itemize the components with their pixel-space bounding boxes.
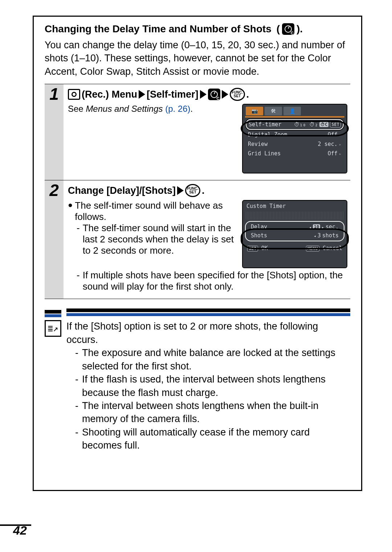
note-icon: ≣↗ bbox=[45, 320, 61, 337]
label: Shots bbox=[251, 232, 267, 239]
step1-period: . bbox=[246, 89, 249, 100]
func-set-icon: FUNC. SET bbox=[185, 184, 200, 197]
see-italic: Menus and Settings bbox=[86, 104, 163, 114]
dash-text: The self-timer sound will start in the l… bbox=[83, 222, 236, 256]
row-shots: Shots 3 shots bbox=[246, 231, 343, 240]
arrow-icon bbox=[139, 90, 145, 99]
step-2-number-cell: 2 bbox=[45, 180, 64, 299]
tab-camera: 📷 bbox=[246, 107, 263, 115]
step2-dash-1: The self-timer sound will start in the l… bbox=[68, 222, 236, 256]
delay-unit: sec. bbox=[326, 224, 339, 230]
row-delay: Delay 10 sec. bbox=[246, 222, 343, 231]
value: 2 sec. bbox=[318, 141, 338, 147]
lcd-screenshot-custom-timer: Custom Timer Delay 10 sec. bbox=[242, 200, 347, 268]
label: Delay bbox=[251, 224, 267, 230]
cancel-label: Cancel bbox=[323, 245, 342, 252]
tab-person: 👤 bbox=[283, 107, 301, 115]
menu-row-review: Review 2 sec. bbox=[246, 139, 344, 149]
menu-row-grid-lines: Grid Lines Off bbox=[246, 149, 344, 158]
step2-change: Change [Delay]/[Shots] bbox=[68, 185, 176, 196]
note-dash-4: Shooting will automatically cease if the… bbox=[66, 426, 350, 452]
step2-bullet: ● The self-timer sound will behave as fo… bbox=[68, 200, 236, 222]
label: Grid Lines bbox=[248, 150, 281, 157]
step-2-number: 2 bbox=[49, 182, 59, 199]
delay-shots-highlight: Delay 10 sec. Shots bbox=[245, 221, 344, 241]
set-label: SET bbox=[189, 191, 196, 194]
see-link: (p. 26) bbox=[163, 104, 191, 114]
step-1-title: (Rec.) Menu [Self-timer] FUNC. SET . bbox=[68, 88, 347, 101]
text: The exposure and white balance are locke… bbox=[82, 346, 350, 373]
dash-icon bbox=[77, 270, 80, 292]
label: Review bbox=[248, 141, 268, 147]
value: Off bbox=[328, 131, 338, 138]
camera-menu-icon bbox=[68, 89, 80, 100]
timer-c-badge: ⏱C bbox=[319, 122, 328, 127]
menu-row-self-timer: Self-timer ⏱₁₀ ⏱₂ ⏱C SET bbox=[246, 119, 344, 130]
step-1-number-cell: 1 bbox=[45, 84, 64, 180]
step-2-row: 2 Change [Delay]/[Shots] FUNC. SET . ● bbox=[45, 180, 350, 299]
shots-unit: shots bbox=[322, 232, 339, 239]
dash-text: If multiple shots have been specified fo… bbox=[83, 270, 347, 292]
section-heading: Changing the Delay Time and Number of Sh… bbox=[45, 23, 350, 35]
see-prefix: See bbox=[68, 104, 86, 114]
decorative-band bbox=[246, 212, 344, 220]
page-number: 42 bbox=[13, 523, 27, 537]
arrow-icon bbox=[177, 186, 184, 195]
delay-value: 10 bbox=[313, 224, 320, 229]
value: Off bbox=[328, 150, 338, 157]
note-dash-2: If the flash is used, the interval betwe… bbox=[66, 373, 350, 399]
step1-self-timer: [Self-timer] bbox=[147, 89, 199, 100]
page-frame: Changing the Delay Time and Number of Sh… bbox=[33, 16, 362, 491]
label: Digital Zoom bbox=[248, 131, 287, 138]
set-badge: SET bbox=[330, 122, 341, 127]
func-set-icon: FUNC. SET bbox=[230, 88, 245, 101]
steps-table: 1 (Rec.) Menu [Self-timer] FUNC. SET . bbox=[45, 84, 350, 299]
intro-paragraph: You can change the delay time (0–10, 15,… bbox=[45, 38, 350, 78]
lcd-screenshot-rec-menu: 📷 🛠 👤 Self-timer ⏱₁₀ ⏱₂ ⏱C S bbox=[242, 104, 347, 173]
step-2-title: Change [Delay]/[Shots] FUNC. SET . bbox=[68, 184, 347, 197]
menu-badge: MENU bbox=[306, 246, 319, 252]
custom-timer-icon bbox=[282, 23, 294, 35]
shots-value: 3 bbox=[318, 232, 321, 239]
label: Self-timer bbox=[249, 121, 281, 128]
see-reference: See Menus and Settings (p. 26). bbox=[68, 104, 236, 114]
set-badge: SET bbox=[247, 246, 258, 252]
note-glyph: ≣↗ bbox=[48, 323, 58, 334]
note-block: ≣↗ If the [Shots] option is set to 2 or … bbox=[45, 308, 350, 452]
timer-icons: ⏱₁₀ ⏱₂ bbox=[294, 121, 318, 128]
step-1-number: 1 bbox=[49, 86, 59, 102]
menu-row-digital-zoom: Digital Zoom Off bbox=[246, 130, 344, 139]
bullet-text: The self-timer sound will behave as foll… bbox=[75, 200, 236, 222]
custom-timer-icon bbox=[208, 89, 220, 100]
note-dash-1: The exposure and white balance are locke… bbox=[66, 346, 350, 373]
see-period: . bbox=[191, 104, 193, 114]
set-label: SET bbox=[234, 94, 241, 98]
step2-period: . bbox=[202, 185, 205, 196]
note-dash-3: The interval between shots lengthens whe… bbox=[66, 399, 350, 426]
tab-tools: 🛠 bbox=[265, 107, 282, 115]
arrow-icon bbox=[222, 90, 228, 99]
step1-rec-menu: (Rec.) Menu bbox=[82, 89, 137, 100]
note-intro: If the [Shots] option is set to 2 or mor… bbox=[66, 320, 350, 346]
custom-timer-title: Custom Timer bbox=[243, 201, 347, 210]
bullet-icon: ● bbox=[68, 200, 73, 222]
arrow-icon bbox=[200, 90, 207, 99]
text: The interval between shots lengthens whe… bbox=[82, 399, 350, 426]
text: Shooting will automatically cease if the… bbox=[82, 426, 350, 452]
step-1-row: 1 (Rec.) Menu [Self-timer] FUNC. SET . bbox=[45, 84, 350, 180]
dash-icon bbox=[77, 222, 80, 256]
step2-dash-2: If multiple shots have been specified fo… bbox=[68, 270, 347, 292]
heading-text: Changing the Delay Time and Number of Sh… bbox=[45, 23, 271, 35]
ok-label: OK bbox=[261, 245, 268, 252]
text: If the flash is used, the interval betwe… bbox=[82, 373, 350, 399]
